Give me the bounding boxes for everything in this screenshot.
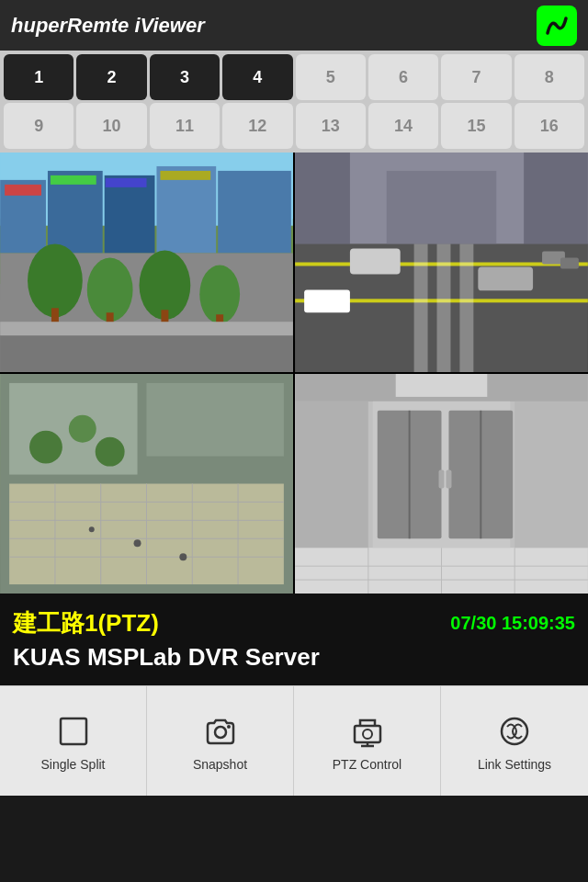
- svg-point-50: [69, 415, 96, 443]
- channel-btn-2[interactable]: 2: [76, 54, 146, 100]
- location-name: 建工路1(PTZ): [13, 607, 159, 639]
- link-icon: [494, 711, 535, 752]
- channel-btn-5[interactable]: 5: [296, 54, 366, 100]
- logo-button[interactable]: [537, 6, 577, 46]
- ptz-control-label: PTZ Control: [333, 757, 401, 772]
- channel-btn-4[interactable]: 4: [222, 54, 292, 100]
- svg-rect-31: [350, 249, 401, 275]
- logo-icon: [542, 11, 571, 40]
- svg-point-49: [29, 431, 62, 464]
- svg-rect-6: [5, 185, 41, 196]
- camera-icon: [200, 711, 241, 752]
- snapshot-button[interactable]: Snapshot: [147, 686, 294, 796]
- svg-point-80: [502, 718, 527, 744]
- bottom-toolbar: Single Split Snapshot PTZ Control Link S…: [0, 685, 588, 796]
- svg-rect-73: [61, 718, 86, 744]
- single-split-button[interactable]: Single Split: [0, 686, 147, 796]
- svg-point-52: [134, 539, 141, 547]
- svg-rect-28: [414, 244, 428, 372]
- svg-rect-33: [304, 289, 350, 312]
- svg-rect-65: [514, 401, 588, 548]
- svg-rect-32: [478, 266, 533, 290]
- camera-view-3[interactable]: [0, 374, 293, 594]
- svg-rect-70: [439, 470, 445, 489]
- svg-rect-20: [0, 322, 293, 335]
- location-row: 建工路1(PTZ) 07/30 15:09:35: [13, 607, 575, 639]
- channel-btn-7[interactable]: 7: [441, 54, 511, 100]
- svg-rect-5: [218, 171, 291, 254]
- channel-btn-6[interactable]: 6: [368, 54, 438, 100]
- channel-btn-8[interactable]: 8: [514, 54, 584, 100]
- snapshot-label: Snapshot: [193, 757, 247, 772]
- channel-btn-13[interactable]: 13: [296, 103, 366, 149]
- svg-rect-72: [396, 374, 488, 397]
- channel-btn-9[interactable]: 9: [4, 103, 74, 149]
- channel-grid: 12345678910111213141516: [0, 51, 588, 153]
- camera-view-2[interactable]: [295, 153, 588, 372]
- square-icon: [53, 711, 94, 752]
- channel-btn-14[interactable]: 14: [368, 103, 438, 149]
- link-settings-button[interactable]: Link Settings: [441, 686, 588, 796]
- app-title: huperRemte iViewer: [11, 14, 205, 38]
- app-header: huperRemte iViewer: [0, 0, 588, 51]
- channel-btn-16[interactable]: 16: [514, 103, 584, 149]
- channel-btn-11[interactable]: 11: [150, 103, 220, 149]
- link-settings-label: Link Settings: [478, 757, 551, 772]
- channel-btn-3[interactable]: 3: [150, 54, 220, 100]
- svg-point-75: [227, 725, 231, 729]
- server-name: KUAS MSPLab DVR Server: [13, 643, 575, 672]
- channel-btn-1[interactable]: 1: [4, 54, 74, 100]
- svg-rect-63: [295, 401, 368, 548]
- single-split-label: Single Split: [40, 757, 105, 772]
- channel-btn-10[interactable]: 10: [76, 103, 146, 149]
- svg-point-53: [179, 553, 187, 560]
- ptz-control-button[interactable]: PTZ Control: [294, 686, 441, 796]
- camera-view-4[interactable]: [295, 374, 588, 594]
- channel-btn-12[interactable]: 12: [222, 103, 292, 149]
- svg-rect-8: [106, 178, 147, 187]
- svg-point-54: [89, 526, 95, 532]
- svg-rect-24: [387, 171, 497, 254]
- svg-point-51: [96, 437, 125, 467]
- svg-point-74: [215, 727, 226, 738]
- svg-point-12: [87, 258, 133, 322]
- svg-point-11: [28, 244, 83, 318]
- svg-rect-9: [160, 171, 210, 180]
- svg-rect-29: [437, 244, 451, 372]
- svg-point-13: [140, 251, 191, 321]
- svg-rect-71: [446, 470, 451, 489]
- svg-rect-30: [459, 244, 473, 372]
- ptz-icon: [347, 711, 388, 752]
- timestamp: 07/30 15:09:35: [450, 613, 575, 634]
- channel-btn-15[interactable]: 15: [441, 103, 511, 149]
- info-bar: 建工路1(PTZ) 07/30 15:09:35 KUAS MSPLab DVR…: [0, 594, 588, 685]
- svg-rect-38: [147, 383, 284, 457]
- svg-rect-76: [355, 726, 380, 742]
- svg-rect-35: [560, 258, 579, 269]
- camera-view-1[interactable]: [0, 153, 293, 372]
- svg-rect-7: [51, 175, 96, 185]
- svg-point-77: [363, 729, 372, 739]
- camera-grid: [0, 153, 588, 594]
- svg-rect-19: [0, 331, 293, 372]
